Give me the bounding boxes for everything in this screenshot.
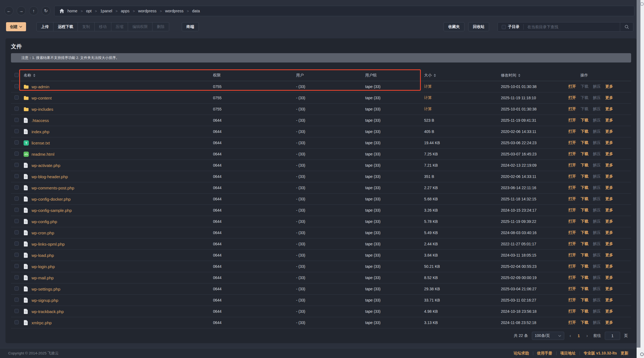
more-action[interactable]: 更多	[605, 208, 613, 213]
download-action[interactable]: 下载	[581, 118, 588, 123]
row-checkbox[interactable]	[15, 298, 19, 302]
refresh-button[interactable]: ↻	[41, 6, 50, 15]
forward-button[interactable]: →	[17, 6, 26, 15]
open-action[interactable]: 打开	[568, 129, 576, 134]
open-action[interactable]: 打开	[568, 264, 576, 269]
file-name-link[interactable]: wp-mail.php	[32, 275, 54, 280]
open-action[interactable]: 打开	[568, 197, 576, 201]
open-action[interactable]: 打开	[568, 241, 576, 246]
open-action[interactable]: 打开	[568, 230, 576, 235]
more-action[interactable]: 更多	[605, 253, 613, 258]
back-button[interactable]: ←	[4, 6, 13, 15]
more-action[interactable]: 更多	[605, 230, 613, 235]
open-action[interactable]: 打开	[568, 219, 576, 224]
up-button[interactable]: ↑	[29, 6, 38, 15]
breadcrumb-item-1panel[interactable]: 1panel	[100, 9, 112, 13]
breadcrumb-item-data[interactable]: data	[192, 9, 200, 13]
download-action[interactable]: 下载	[581, 152, 588, 157]
file-name-link[interactable]: wp-cron.php	[32, 231, 54, 235]
file-name-link[interactable]: wp-blog-header.php	[32, 174, 68, 179]
next-page-button[interactable]: ›	[585, 333, 589, 338]
update-link[interactable]: 更新	[621, 351, 628, 356]
column-header-name[interactable]: 名称	[24, 73, 212, 78]
file-name-link[interactable]: wp-config.php	[32, 219, 57, 224]
favorites-button[interactable]: 收藏夹	[444, 22, 464, 31]
more-action[interactable]: 更多	[605, 140, 613, 145]
file-name-link[interactable]: wp-includes	[32, 107, 53, 112]
file-name-link[interactable]: wp-load.php	[32, 253, 54, 258]
row-checkbox[interactable]	[15, 320, 19, 324]
scrollbar-thumb[interactable]	[637, 0, 640, 348]
row-checkbox[interactable]	[15, 230, 19, 234]
subdirectory-checkbox[interactable]	[502, 25, 506, 29]
download-action[interactable]: 下载	[581, 163, 588, 168]
open-action[interactable]: 打开	[568, 286, 576, 291]
search-input[interactable]	[524, 25, 620, 29]
recycle-bin-button[interactable]: 回收站	[468, 22, 489, 31]
download-action[interactable]: 下载	[581, 197, 588, 201]
compute-size-link[interactable]: 计算	[424, 84, 500, 89]
select-all-checkbox[interactable]	[15, 73, 19, 77]
home-icon[interactable]	[59, 9, 64, 13]
compute-size-link[interactable]: 计算	[424, 107, 500, 112]
file-name-link[interactable]: wp-links-opml.php	[32, 242, 65, 246]
download-action[interactable]: 下载	[581, 320, 588, 325]
row-checkbox[interactable]	[15, 197, 19, 201]
column-header-size[interactable]: 大小	[424, 73, 500, 78]
more-action[interactable]: 更多	[605, 152, 613, 157]
file-name-link[interactable]: wp-settings.php	[32, 287, 60, 291]
open-action[interactable]: 打开	[568, 208, 576, 213]
file-name-link[interactable]: wp-content	[32, 96, 52, 100]
footer-link-1[interactable]: 使用手册	[537, 351, 552, 356]
more-action[interactable]: 更多	[605, 129, 613, 134]
breadcrumb-item-wordpress[interactable]: wordpress	[165, 9, 183, 13]
download-action[interactable]: 下载	[581, 230, 588, 235]
row-checkbox[interactable]	[15, 253, 19, 257]
create-button[interactable]: 创建	[6, 22, 26, 31]
open-action[interactable]: 打开	[568, 163, 576, 168]
file-name-link[interactable]: .htaccess	[32, 118, 49, 123]
more-action[interactable]: 更多	[605, 241, 613, 246]
file-name-link[interactable]: index.php	[32, 129, 49, 134]
download-action[interactable]: 下载	[581, 185, 588, 190]
current-page[interactable]: 1	[577, 334, 581, 338]
row-checkbox[interactable]	[15, 95, 19, 100]
goto-page-input[interactable]	[605, 332, 620, 340]
file-name-link[interactable]: xmlrpc.php	[32, 320, 52, 325]
row-checkbox[interactable]	[15, 129, 19, 133]
file-name-link[interactable]: wp-config-sample.php	[32, 208, 72, 213]
toolbar-button-remote-download[interactable]: 远程下载	[53, 22, 78, 31]
open-action[interactable]: 打开	[568, 140, 576, 145]
open-action[interactable]: 打开	[568, 118, 576, 123]
open-action[interactable]: 打开	[568, 84, 576, 89]
row-checkbox[interactable]	[15, 174, 19, 178]
download-action[interactable]: 下载	[581, 208, 588, 213]
row-checkbox[interactable]	[15, 185, 19, 189]
file-name-link[interactable]: license.txt	[32, 141, 50, 145]
breadcrumb-item-opt[interactable]: opt	[86, 9, 92, 13]
file-name-link[interactable]: readme.html	[32, 152, 54, 157]
file-name-link[interactable]: wp-config-docker.php	[32, 197, 71, 201]
row-checkbox[interactable]	[15, 140, 19, 144]
row-checkbox[interactable]	[15, 264, 19, 268]
column-header-mtime[interactable]: 修改时间	[501, 73, 563, 78]
row-checkbox[interactable]	[15, 84, 19, 88]
prev-page-button[interactable]: ‹	[568, 333, 573, 338]
row-checkbox[interactable]	[15, 286, 19, 291]
row-checkbox[interactable]	[15, 107, 19, 111]
download-action[interactable]: 下载	[581, 298, 588, 303]
download-action[interactable]: 下载	[581, 174, 588, 179]
more-action[interactable]: 更多	[605, 320, 613, 325]
file-name-link[interactable]: wp-trackback.php	[32, 309, 64, 314]
download-action[interactable]: 下载	[581, 129, 588, 134]
more-action[interactable]: 更多	[605, 185, 613, 190]
open-action[interactable]: 打开	[568, 185, 576, 190]
more-action[interactable]: 更多	[605, 275, 613, 280]
terminal-button[interactable]: 终端	[182, 22, 199, 31]
file-name-link[interactable]: wp-login.php	[32, 264, 55, 269]
open-action[interactable]: 打开	[568, 320, 576, 325]
breadcrumb-item-apps[interactable]: apps	[121, 9, 129, 13]
open-action[interactable]: 打开	[568, 152, 576, 157]
file-name-link[interactable]: wp-signup.php	[32, 298, 58, 303]
open-action[interactable]: 打开	[568, 309, 576, 314]
